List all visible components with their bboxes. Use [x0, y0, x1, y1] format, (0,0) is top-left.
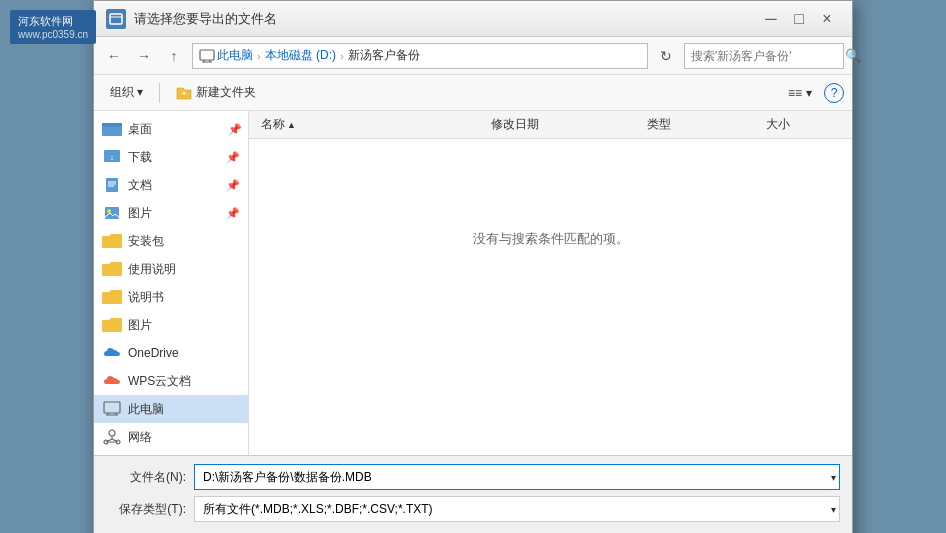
filename-row: 文件名(N): ▾	[106, 464, 840, 490]
sidebar-item-setup[interactable]: 安装包	[94, 227, 248, 255]
forward-button[interactable]: →	[132, 44, 156, 68]
manual-folder-icon	[102, 259, 122, 279]
title-bar-controls: ─ □ ×	[758, 8, 840, 30]
file-save-dialog: 请选择您要导出的文件名 ─ □ × ← → ↑ 此电脑 › 本地磁盘 (D:) …	[93, 0, 853, 533]
filetype-label: 保存类型(T):	[106, 501, 186, 518]
maximize-button[interactable]: □	[786, 8, 812, 30]
pin-icon: 📌	[228, 123, 240, 135]
address-bar: ← → ↑ 此电脑 › 本地磁盘 (D:) › 新汤客户备份 ↻ 🔍	[94, 37, 852, 75]
watermark: 河东软件网 www.pc0359.cn	[10, 10, 96, 44]
computer-icon	[102, 399, 122, 419]
bottom-form: 文件名(N): ▾ 保存类型(T): 所有文件(*.MDB;*.XLS;*.DB…	[94, 455, 852, 533]
svg-point-14	[109, 430, 115, 436]
filetype-dropdown-wrapper: 所有文件(*.MDB;*.XLS;*.DBF;*.CSV;*.TXT) ▾	[194, 496, 840, 522]
pin-icon: 📌	[226, 179, 240, 192]
sidebar-item-desktop[interactable]: 桌面 📌	[94, 115, 248, 143]
main-content: 桌面 📌 ↓ 下载 📌 文档 📌 图	[94, 111, 852, 455]
svg-rect-0	[110, 14, 122, 24]
sidebar-item-pics2[interactable]: 图片	[94, 311, 248, 339]
filetype-select[interactable]: 所有文件(*.MDB;*.XLS;*.DBF;*.CSV;*.TXT)	[194, 496, 840, 522]
filename-dropdown-wrapper: ▾	[194, 464, 840, 490]
up-button[interactable]: ↑	[162, 44, 186, 68]
filename-input[interactable]	[194, 464, 840, 490]
pics2-folder-icon	[102, 315, 122, 335]
sidebar-label: 说明书	[128, 289, 164, 306]
pin-icon: 📌	[226, 151, 240, 164]
book-folder-icon	[102, 287, 122, 307]
svg-rect-7	[106, 178, 118, 192]
sidebar-item-wps[interactable]: WPS云文档	[94, 367, 248, 395]
sidebar-label: 网络	[128, 429, 152, 446]
sidebar-label: 图片	[128, 205, 152, 222]
breadcrumb-computer[interactable]: 此电脑	[199, 47, 253, 64]
setup-folder-icon	[102, 231, 122, 251]
sidebar-item-network[interactable]: 网络	[94, 423, 248, 451]
svg-rect-1	[200, 50, 214, 60]
sidebar-item-computer[interactable]: 此电脑	[94, 395, 248, 423]
sort-icon: ▲	[287, 120, 296, 130]
sidebar-item-pictures[interactable]: 图片 📌	[94, 199, 248, 227]
svg-text:+: +	[182, 89, 187, 98]
minimize-button[interactable]: ─	[758, 8, 784, 30]
svg-rect-11	[105, 207, 119, 219]
file-list-header: 名称 ▲ 修改日期 类型 大小	[249, 111, 852, 139]
breadcrumb-drive[interactable]: 本地磁盘 (D:)	[265, 47, 336, 64]
pin-icon: 📌	[226, 207, 240, 220]
sidebar: 桌面 📌 ↓ 下载 📌 文档 📌 图	[94, 111, 249, 455]
col-size-header[interactable]: 大小	[762, 116, 844, 133]
watermark-url: www.pc0359.cn	[18, 29, 88, 40]
filename-label: 文件名(N):	[106, 469, 186, 486]
network-icon	[102, 427, 122, 447]
svg-point-12	[107, 209, 111, 213]
close-button[interactable]: ×	[814, 8, 840, 30]
documents-icon	[102, 175, 122, 195]
sidebar-label: OneDrive	[128, 346, 179, 360]
toolbar: 组织 ▾ + 新建文件夹 ≡≡ ▾ ?	[94, 75, 852, 111]
new-folder-button[interactable]: + 新建文件夹	[168, 81, 264, 104]
wps-icon	[102, 371, 122, 391]
sidebar-label: 桌面	[128, 121, 152, 138]
search-box[interactable]: 🔍	[684, 43, 844, 69]
col-date-header[interactable]: 修改日期	[487, 116, 643, 133]
sidebar-label: 下载	[128, 149, 152, 166]
sidebar-item-documents[interactable]: 文档 📌	[94, 171, 248, 199]
sidebar-label: 图片	[128, 317, 152, 334]
svg-rect-13	[104, 402, 120, 413]
svg-rect-4	[102, 123, 122, 127]
col-name-header[interactable]: 名称 ▲	[257, 116, 487, 133]
refresh-button[interactable]: ↻	[654, 44, 678, 68]
file-list[interactable]: 名称 ▲ 修改日期 类型 大小 没有与搜索条件匹配的项。	[249, 111, 852, 455]
view-button[interactable]: ≡≡ ▾	[780, 83, 820, 103]
sidebar-item-onedrive[interactable]: OneDrive	[94, 339, 248, 367]
sidebar-label: 此电脑	[128, 401, 164, 418]
sidebar-item-manual[interactable]: 使用说明	[94, 255, 248, 283]
breadcrumb[interactable]: 此电脑 › 本地磁盘 (D:) › 新汤客户备份	[192, 43, 648, 69]
dialog-title: 请选择您要导出的文件名	[134, 10, 277, 28]
onedrive-icon	[102, 343, 122, 363]
title-bar-left: 请选择您要导出的文件名	[106, 9, 277, 29]
pictures-icon	[102, 203, 122, 223]
search-icon: 🔍	[845, 48, 861, 63]
organize-button[interactable]: 组织 ▾	[102, 81, 151, 104]
file-list-empty: 没有与搜索条件匹配的项。	[249, 139, 852, 339]
help-button[interactable]: ?	[824, 83, 844, 103]
title-bar: 请选择您要导出的文件名 ─ □ ×	[94, 1, 852, 37]
col-type-header[interactable]: 类型	[643, 116, 762, 133]
watermark-site: 河东软件网	[18, 14, 88, 29]
view-dropdown-icon: ▾	[806, 86, 812, 100]
breadcrumb-current: 新汤客户备份	[348, 47, 420, 64]
downloads-icon: ↓	[102, 147, 122, 167]
desktop-folder-icon	[102, 119, 122, 139]
dialog-icon	[106, 9, 126, 29]
sidebar-label: WPS云文档	[128, 373, 191, 390]
sidebar-label: 文档	[128, 177, 152, 194]
svg-text:↓: ↓	[110, 152, 115, 162]
sidebar-item-book[interactable]: 说明书	[94, 283, 248, 311]
search-input[interactable]	[691, 49, 841, 63]
filetype-row: 保存类型(T): 所有文件(*.MDB;*.XLS;*.DBF;*.CSV;*.…	[106, 496, 840, 522]
toolbar-separator	[159, 83, 160, 103]
back-button[interactable]: ←	[102, 44, 126, 68]
view-icon: ≡≡	[788, 86, 802, 100]
sidebar-item-downloads[interactable]: ↓ 下载 📌	[94, 143, 248, 171]
view-controls: ≡≡ ▾ ?	[780, 83, 844, 103]
